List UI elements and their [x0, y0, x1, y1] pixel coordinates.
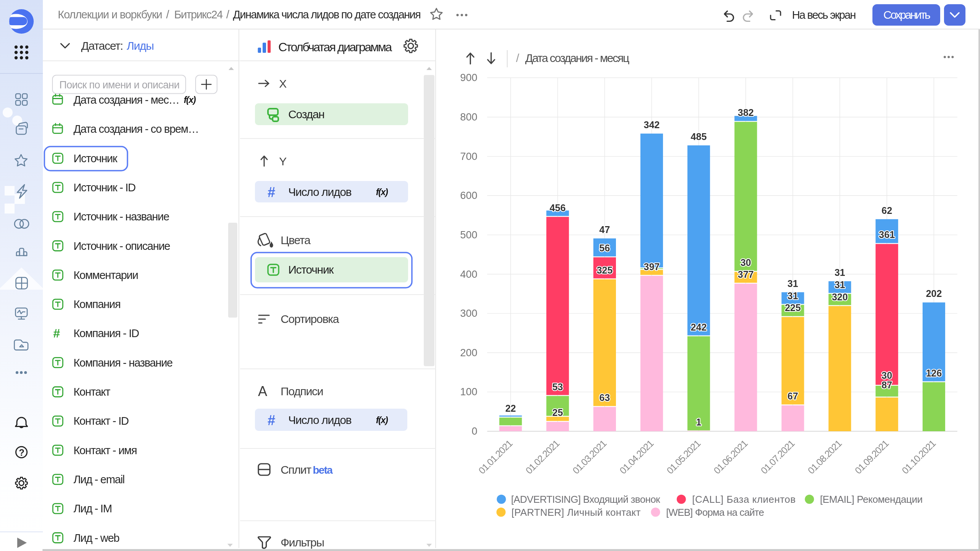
svg-text:A: A [258, 383, 267, 399]
svg-text:Дата создания - мес…: Дата создания - мес… [74, 94, 179, 106]
svg-text:Поиск по имени и описани: Поиск по имени и описани [59, 79, 179, 91]
svg-text:01.04.2021: 01.04.2021 [617, 438, 655, 476]
svg-text:01.06.2021: 01.06.2021 [712, 438, 750, 476]
svg-text:485: 485 [691, 131, 707, 142]
svg-text:?: ? [19, 447, 24, 458]
svg-text:47: 47 [599, 224, 610, 235]
svg-text:Источник: Источник [74, 152, 118, 165]
svg-text:320: 320 [832, 292, 848, 302]
svg-text:62: 62 [882, 205, 892, 216]
svg-text:Контакт - имя: Контакт - имя [74, 444, 137, 456]
svg-text:Дата создания - со врем…: Дата создания - со врем… [74, 123, 199, 135]
svg-text:Столбчатая диаграмма: Столбчатая диаграмма [278, 40, 392, 54]
svg-text:Сортировка: Сортировка [281, 313, 339, 325]
svg-text:126: 126 [926, 368, 942, 378]
svg-text:Источник: Источник [288, 263, 334, 276]
svg-text:Число лидов: Число лидов [288, 186, 351, 198]
svg-text:Компания: Компания [74, 298, 120, 310]
svg-text:200: 200 [460, 347, 477, 359]
svg-text:Битрикс24: Битрикс24 [174, 8, 223, 21]
svg-text:25: 25 [552, 407, 563, 418]
svg-text:01.01.2021: 01.01.2021 [476, 438, 514, 476]
svg-text:/: / [166, 8, 170, 21]
svg-text:382: 382 [738, 107, 754, 118]
svg-text:f(x): f(x) [376, 187, 388, 197]
svg-text:Лид - web: Лид - web [74, 532, 119, 544]
svg-text:Лиды: Лиды [127, 39, 154, 52]
svg-text:beta: beta [313, 464, 333, 476]
svg-text:f(x): f(x) [184, 95, 196, 105]
svg-text:01.02.2021: 01.02.2021 [523, 438, 561, 476]
svg-text:202: 202 [926, 288, 942, 299]
svg-text:Создан: Создан [288, 108, 324, 121]
svg-text:X: X [279, 77, 287, 90]
svg-text:Компания - название: Компания - название [74, 357, 173, 369]
svg-text:56: 56 [599, 243, 610, 253]
svg-text:01.03.2021: 01.03.2021 [570, 438, 608, 476]
svg-text:300: 300 [460, 308, 477, 319]
svg-text:#: # [268, 184, 275, 200]
svg-text:342: 342 [644, 119, 660, 130]
svg-text:Лид - IM: Лид - IM [74, 502, 112, 515]
svg-text:53: 53 [552, 381, 563, 392]
svg-text:30: 30 [740, 257, 751, 268]
svg-text:[WEB] Форма на сайте: [WEB] Форма на сайте [666, 507, 764, 518]
svg-text:31: 31 [787, 290, 798, 301]
svg-text:63: 63 [599, 392, 610, 403]
svg-text:325: 325 [597, 265, 613, 276]
svg-text:Дата создания - месяц: Дата создания - месяц [525, 52, 629, 64]
svg-text:/: / [516, 52, 519, 64]
svg-text:#: # [268, 412, 275, 428]
svg-text:01.07.2021: 01.07.2021 [758, 438, 796, 476]
svg-text:01.09.2021: 01.09.2021 [853, 438, 890, 476]
svg-text:900: 900 [460, 72, 477, 83]
svg-text:800: 800 [460, 111, 477, 123]
svg-text:Y: Y [279, 155, 287, 168]
svg-text:400: 400 [460, 269, 477, 280]
svg-text:Коллекции и воркбуки: Коллекции и воркбуки [58, 8, 162, 21]
svg-text:Динамика числа лидов по дате с: Динамика числа лидов по дате создания [233, 8, 421, 21]
svg-text:01.05.2021: 01.05.2021 [665, 438, 702, 476]
svg-text:Датасет:: Датасет: [81, 39, 123, 52]
svg-text:22: 22 [505, 403, 516, 414]
svg-text:361: 361 [879, 229, 895, 240]
svg-text:Компания - ID: Компания - ID [74, 327, 139, 339]
svg-text:1: 1 [696, 417, 701, 427]
svg-text:Число лидов: Число лидов [288, 414, 351, 426]
svg-text:Сохранить: Сохранить [884, 8, 931, 21]
svg-text:100: 100 [460, 386, 477, 398]
svg-text:456: 456 [550, 202, 566, 213]
svg-text:0: 0 [472, 425, 477, 437]
svg-text:87: 87 [882, 380, 892, 390]
svg-text:[PARTNER] Личный контакт: [PARTNER] Личный контакт [511, 507, 640, 518]
svg-text:[EMAIL] Рекомендации: [EMAIL] Рекомендации [820, 494, 922, 505]
svg-text:500: 500 [460, 229, 477, 241]
svg-text:[ADVERTISING] Входящий звонок: [ADVERTISING] Входящий звонок [511, 494, 660, 505]
svg-text:Сплит: Сплит [281, 463, 312, 476]
svg-text:f(x): f(x) [376, 415, 388, 425]
svg-text:На весь экран: На весь экран [792, 9, 856, 21]
svg-text:01.08.2021: 01.08.2021 [805, 438, 843, 476]
svg-text:Источник - описание: Источник - описание [74, 240, 170, 252]
svg-text:31: 31 [787, 278, 798, 289]
svg-text:Фильтры: Фильтры [281, 536, 324, 549]
svg-text:67: 67 [787, 391, 798, 401]
svg-text:377: 377 [738, 269, 754, 280]
svg-text:Контакт: Контакт [74, 386, 110, 398]
svg-text:397: 397 [644, 261, 660, 272]
svg-text:225: 225 [785, 302, 801, 313]
svg-text:242: 242 [691, 322, 707, 333]
svg-text:[CALL] База клиентов: [CALL] База клиентов [692, 494, 795, 505]
svg-text:Комментарии: Комментарии [74, 269, 138, 281]
svg-text:/: / [226, 8, 230, 21]
svg-text:Источник - название: Источник - название [74, 210, 169, 223]
svg-text:#: # [53, 326, 60, 340]
svg-text:31: 31 [835, 267, 845, 278]
svg-text:Подписи: Подписи [281, 385, 323, 398]
svg-text:Источник - ID: Источник - ID [74, 181, 136, 194]
svg-text:31: 31 [835, 279, 845, 290]
svg-text:Лид - email: Лид - email [74, 473, 124, 486]
svg-text:Цвета: Цвета [281, 234, 311, 246]
svg-text:Контакт - ID: Контакт - ID [74, 415, 129, 427]
svg-text:01.10.2021: 01.10.2021 [900, 438, 938, 476]
